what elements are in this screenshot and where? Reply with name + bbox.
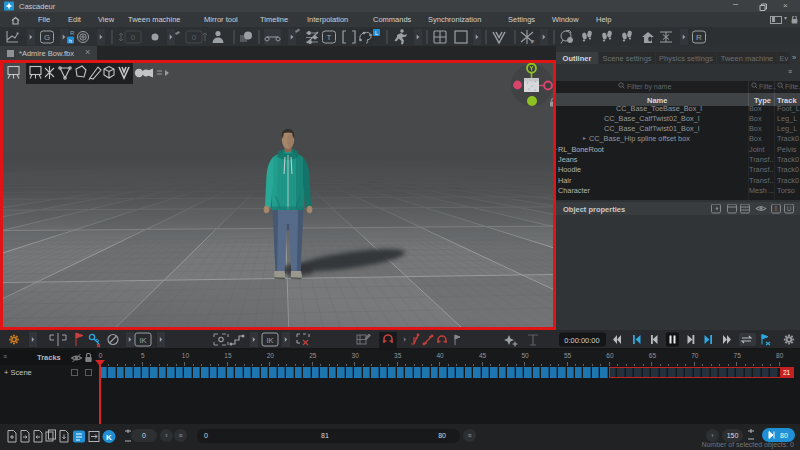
svg-text:80: 80 (780, 432, 788, 439)
svg-text:G: G (44, 33, 50, 42)
svg-text:K: K (106, 433, 112, 442)
svg-text:L: L (375, 30, 378, 36)
svg-text:U: U (787, 205, 792, 212)
svg-text:0:00:00:00: 0:00:00:00 (564, 336, 599, 345)
svg-text:T: T (327, 33, 332, 42)
svg-text:I: I (775, 205, 777, 212)
svg-text:0: 0 (192, 33, 197, 42)
svg-text:0: 0 (131, 33, 136, 42)
svg-text:P: P (531, 39, 535, 45)
svg-text:IK: IK (266, 336, 273, 345)
svg-text:IK: IK (139, 336, 146, 345)
svg-text:h: h (69, 38, 72, 44)
svg-text:R: R (70, 30, 75, 36)
svg-text:R: R (696, 33, 702, 42)
